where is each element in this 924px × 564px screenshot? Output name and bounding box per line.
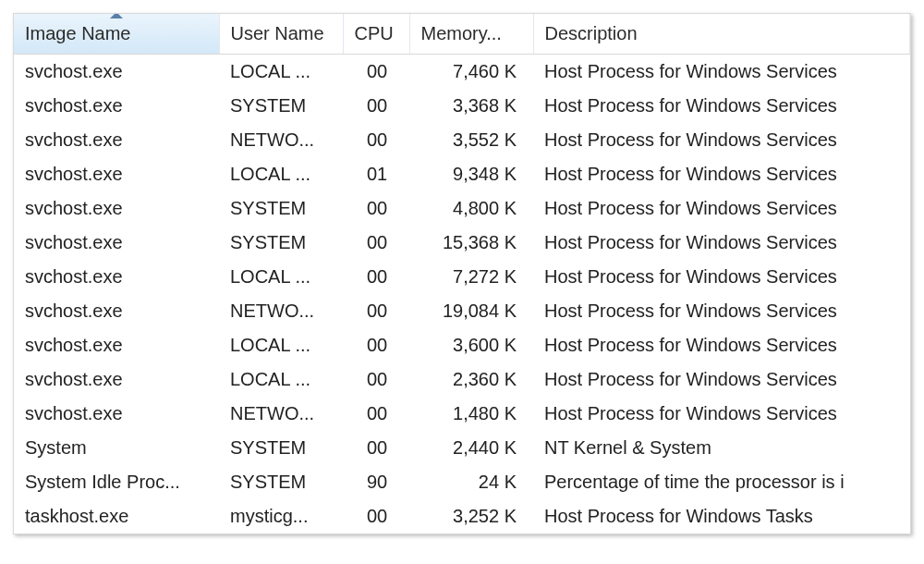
cell-cpu: 00 — [343, 294, 409, 328]
cell-description: Host Process for Windows Services — [533, 397, 910, 431]
cell-cpu: 00 — [343, 89, 409, 123]
cell-description: NT Kernel & System — [533, 431, 910, 465]
cell-cpu: 00 — [343, 123, 409, 157]
cell-user-name: NETWO... — [219, 294, 343, 328]
table-row[interactable]: taskhost.exemysticg...003,252 KHost Proc… — [14, 499, 910, 533]
cell-memory: 19,084 K — [409, 294, 533, 328]
column-header-cpu[interactable]: CPU — [343, 14, 409, 55]
cell-image-name: svchost.exe — [14, 55, 219, 90]
cell-description: Host Process for Windows Services — [533, 191, 910, 226]
cell-memory: 7,460 K — [409, 55, 533, 90]
table-row[interactable]: svchost.exeLOCAL ...007,272 KHost Proces… — [14, 260, 910, 294]
cell-memory: 3,600 K — [409, 328, 533, 362]
cell-user-name: LOCAL ... — [219, 362, 343, 397]
sort-ascending-icon — [110, 14, 123, 18]
cell-memory: 24 K — [409, 465, 533, 499]
cell-cpu: 00 — [343, 499, 409, 533]
cell-image-name: svchost.exe — [14, 157, 219, 191]
table-row[interactable]: SystemSYSTEM002,440 KNT Kernel & System — [14, 431, 910, 465]
cell-cpu: 00 — [343, 226, 409, 260]
column-header-description[interactable]: Description — [533, 14, 910, 55]
table-row[interactable]: System Idle Proc...SYSTEM9024 KPercentag… — [14, 465, 910, 499]
cell-cpu: 00 — [343, 260, 409, 294]
table-row[interactable]: svchost.exeSYSTEM004,800 KHost Process f… — [14, 191, 910, 226]
cell-cpu: 90 — [343, 465, 409, 499]
cell-user-name: LOCAL ... — [219, 55, 343, 90]
cell-user-name: mysticg... — [219, 499, 343, 533]
cell-user-name: SYSTEM — [219, 431, 343, 465]
table-row[interactable]: svchost.exeLOCAL ...002,360 KHost Proces… — [14, 362, 910, 397]
cell-image-name: svchost.exe — [14, 362, 219, 397]
table-row[interactable]: svchost.exeSYSTEM0015,368 KHost Process … — [14, 226, 910, 260]
table-row[interactable]: svchost.exeSYSTEM003,368 KHost Process f… — [14, 89, 910, 123]
cell-memory: 3,252 K — [409, 499, 533, 533]
cell-image-name: svchost.exe — [14, 123, 219, 157]
cell-description: Host Process for Windows Services — [533, 89, 910, 123]
cell-description: Percentage of time the processor is i — [533, 465, 910, 499]
cell-cpu: 00 — [343, 191, 409, 226]
processes-table-wrap: Image Name User Name CPU Memory... Descr… — [13, 13, 911, 534]
cell-description: Host Process for Windows Services — [533, 226, 910, 260]
cell-image-name: svchost.exe — [14, 397, 219, 431]
cell-cpu: 01 — [343, 157, 409, 191]
cell-user-name: SYSTEM — [219, 89, 343, 123]
cell-memory: 2,440 K — [409, 431, 533, 465]
cell-user-name: SYSTEM — [219, 226, 343, 260]
cell-memory: 1,480 K — [409, 397, 533, 431]
cell-image-name: svchost.exe — [14, 191, 219, 226]
cell-description: Host Process for Windows Services — [533, 294, 910, 328]
table-row[interactable]: svchost.exeLOCAL ...007,460 KHost Proces… — [14, 55, 910, 90]
table-row[interactable]: svchost.exeNETWO...001,480 KHost Process… — [14, 397, 910, 431]
column-header-memory[interactable]: Memory... — [409, 14, 533, 55]
column-header-label: Image Name — [25, 23, 131, 43]
cell-image-name: svchost.exe — [14, 294, 219, 328]
cell-description: Host Process for Windows Services — [533, 362, 910, 397]
column-header-label: User Name — [231, 23, 324, 43]
cell-memory: 15,368 K — [409, 226, 533, 260]
table-body: svchost.exeLOCAL ...007,460 KHost Proces… — [14, 55, 910, 534]
cell-user-name: SYSTEM — [219, 465, 343, 499]
column-header-user-name[interactable]: User Name — [219, 14, 343, 55]
cell-memory: 3,368 K — [409, 89, 533, 123]
cell-image-name: svchost.exe — [14, 328, 219, 362]
column-header-label: Description — [545, 23, 638, 43]
cell-image-name: svchost.exe — [14, 226, 219, 260]
cell-cpu: 00 — [343, 397, 409, 431]
cell-user-name: LOCAL ... — [219, 328, 343, 362]
cell-description: Host Process for Windows Services — [533, 55, 910, 90]
table-row[interactable]: svchost.exeNETWO...0019,084 KHost Proces… — [14, 294, 910, 328]
cell-description: Host Process for Windows Services — [533, 157, 910, 191]
cell-user-name: NETWO... — [219, 397, 343, 431]
cell-user-name: LOCAL ... — [219, 260, 343, 294]
cell-memory: 7,272 K — [409, 260, 533, 294]
cell-cpu: 00 — [343, 55, 409, 90]
cell-memory: 3,552 K — [409, 123, 533, 157]
cell-user-name: SYSTEM — [219, 191, 343, 226]
cell-cpu: 00 — [343, 328, 409, 362]
cell-description: Host Process for Windows Services — [533, 260, 910, 294]
table-row[interactable]: svchost.exeNETWO...003,552 KHost Process… — [14, 123, 910, 157]
cell-description: Host Process for Windows Tasks — [533, 499, 910, 533]
cell-cpu: 00 — [343, 362, 409, 397]
cell-cpu: 00 — [343, 431, 409, 465]
column-header-image-name[interactable]: Image Name — [14, 14, 219, 55]
cell-memory: 2,360 K — [409, 362, 533, 397]
cell-image-name: svchost.exe — [14, 260, 219, 294]
processes-table: Image Name User Name CPU Memory... Descr… — [14, 14, 910, 533]
cell-description: Host Process for Windows Services — [533, 123, 910, 157]
cell-image-name: System — [14, 431, 219, 465]
cell-memory: 4,800 K — [409, 191, 533, 226]
table-row[interactable]: svchost.exeLOCAL ...019,348 KHost Proces… — [14, 157, 910, 191]
column-header-label: CPU — [355, 23, 394, 43]
cell-memory: 9,348 K — [409, 157, 533, 191]
cell-image-name: System Idle Proc... — [14, 465, 219, 499]
cell-user-name: LOCAL ... — [219, 157, 343, 191]
table-row[interactable]: svchost.exeLOCAL ...003,600 KHost Proces… — [14, 328, 910, 362]
cell-image-name: taskhost.exe — [14, 499, 219, 533]
table-header-row: Image Name User Name CPU Memory... Descr… — [14, 14, 910, 55]
cell-description: Host Process for Windows Services — [533, 328, 910, 362]
cell-image-name: svchost.exe — [14, 89, 219, 123]
cell-user-name: NETWO... — [219, 123, 343, 157]
column-header-label: Memory... — [421, 23, 502, 43]
